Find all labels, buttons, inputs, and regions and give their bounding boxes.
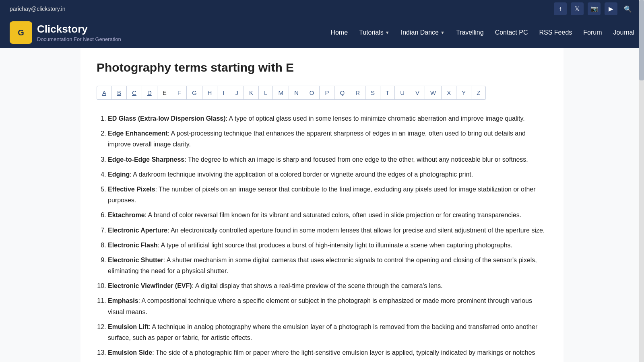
nav-home[interactable]: Home xyxy=(330,29,348,36)
nav-journal[interactable]: Journal xyxy=(613,29,634,36)
alphabet-nav: ABCDEFGHIJKLMNOPQRSTUVWXYZ xyxy=(97,86,486,100)
alpha-letter-g[interactable]: G xyxy=(187,86,202,100)
instagram-icon[interactable]: 📷 xyxy=(588,2,601,15)
list-item: Edge-to-Edge Sharpness: The degree to wh… xyxy=(108,154,547,165)
list-item: ED Glass (Extra-low Dispersion Glass): A… xyxy=(108,113,547,124)
site-title: Clickstory xyxy=(37,23,121,35)
social-icons-bar: f 𝕏 📷 ▶ 🔍 xyxy=(554,2,634,15)
nav-indian-dance[interactable]: Indian Dance ▼ xyxy=(401,29,445,36)
logo-area: G Clickstory Documentation For Next Gene… xyxy=(10,21,121,44)
alpha-letter-p[interactable]: P xyxy=(320,86,334,100)
twitter-icon[interactable]: 𝕏 xyxy=(571,2,584,15)
nav-rss-feeds[interactable]: RSS Feeds xyxy=(539,29,572,36)
alpha-letter-a[interactable]: A xyxy=(97,86,112,100)
alpha-letter-x[interactable]: X xyxy=(442,86,456,100)
alpha-letter-t[interactable]: T xyxy=(380,86,395,100)
alpha-letter-k[interactable]: K xyxy=(244,86,259,100)
alpha-letter-h[interactable]: H xyxy=(202,86,218,100)
nav-tutorials[interactable]: Tutorials ▼ xyxy=(359,29,390,36)
alpha-letter-m[interactable]: M xyxy=(273,86,289,100)
alpha-letter-l[interactable]: L xyxy=(259,86,273,100)
svg-text:G: G xyxy=(18,28,24,37)
nav-forum[interactable]: Forum xyxy=(583,29,602,36)
alpha-letter-n[interactable]: N xyxy=(289,86,304,100)
tutorials-chevron: ▼ xyxy=(385,30,390,35)
logo-text-area: Clickstory Documentation For Next Genera… xyxy=(37,23,121,42)
nav-contact-pc[interactable]: Contact PC xyxy=(495,29,528,36)
alpha-letter-s[interactable]: S xyxy=(365,86,380,100)
alpha-letter-w[interactable]: W xyxy=(425,86,442,100)
alpha-letter-z[interactable]: Z xyxy=(471,86,485,100)
scrollbar[interactable] xyxy=(639,0,644,362)
alpha-letter-y[interactable]: Y xyxy=(456,86,471,100)
youtube-icon[interactable]: ▶ xyxy=(605,2,617,15)
alpha-letter-v[interactable]: V xyxy=(410,86,425,100)
logo-image: G xyxy=(10,21,32,44)
alpha-letter-b[interactable]: B xyxy=(112,86,127,100)
list-item: Effective Pixels: The number of pixels o… xyxy=(108,184,547,206)
page-title: Photography terms starting with E xyxy=(97,61,547,74)
list-item: Edge Enhancement: A post-processing tech… xyxy=(108,128,547,150)
list-item: Ektachrome: A brand of color reversal fi… xyxy=(108,210,547,220)
alpha-letter-u[interactable]: U xyxy=(395,86,410,100)
email-address: parichay@clickstory.in xyxy=(10,6,65,12)
list-item: Emphasis: A compositional technique wher… xyxy=(108,295,547,317)
list-item: Electronic Viewfinder (EVF): A digital d… xyxy=(108,280,547,291)
facebook-icon[interactable]: f xyxy=(554,2,567,15)
alpha-letter-f[interactable]: F xyxy=(172,86,187,100)
list-item: Emulsion Lift: A technique in analog pho… xyxy=(108,321,547,343)
scrollbar-thumb[interactable] xyxy=(639,0,644,80)
nav-travelling[interactable]: Travelling xyxy=(456,29,484,36)
alpha-letter-j[interactable]: J xyxy=(230,86,244,100)
top-bar: parichay@clickstory.in f 𝕏 📷 ▶ 🔍 xyxy=(0,0,644,18)
alpha-letter-e[interactable]: E xyxy=(157,86,172,100)
list-item: Electronic Aperture: An electronically c… xyxy=(108,225,547,236)
main-content: Photography terms starting with E ABCDEF… xyxy=(80,48,564,362)
main-nav: Home Tutorials ▼ Indian Dance ▼ Travelli… xyxy=(330,29,634,36)
list-item: Edging: A darkroom technique involving t… xyxy=(108,169,547,180)
alpha-letter-d[interactable]: D xyxy=(142,86,157,100)
terms-list: ED Glass (Extra-low Dispersion Glass): A… xyxy=(97,113,547,358)
alpha-letter-c[interactable]: C xyxy=(127,86,142,100)
alpha-letter-o[interactable]: O xyxy=(304,86,320,100)
list-item: Emulsion Side: The side of a photographi… xyxy=(108,347,547,358)
indian-dance-chevron: ▼ xyxy=(440,30,445,35)
site-subtitle: Documentation For Next Generation xyxy=(37,36,121,42)
alpha-letter-i[interactable]: I xyxy=(217,86,230,100)
alpha-letter-q[interactable]: Q xyxy=(334,86,350,100)
search-icon[interactable]: 🔍 xyxy=(621,2,634,15)
header: G Clickstory Documentation For Next Gene… xyxy=(0,18,644,48)
list-item: Electronic Flash: A type of artificial l… xyxy=(108,240,547,251)
list-item: Electronic Shutter: A shutter mechanism … xyxy=(108,255,547,276)
alpha-letter-r[interactable]: R xyxy=(350,86,365,100)
